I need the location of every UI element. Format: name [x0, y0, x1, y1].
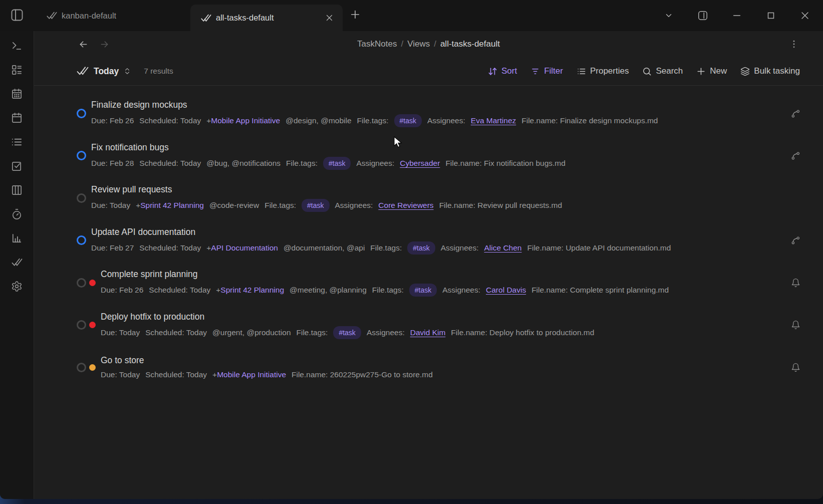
- task-text-block: Review pull requestsDue: Today+Sprint 42…: [91, 184, 562, 212]
- window-controls: [662, 0, 823, 31]
- task-meta: Due: Feb 26Scheduled: Today+Sprint 42 Pl…: [101, 284, 669, 297]
- new-button[interactable]: New: [696, 66, 727, 76]
- assignee-link[interactable]: Eva Martinez: [471, 116, 516, 126]
- meta-text: Assignees:: [427, 116, 465, 126]
- minimize-button[interactable]: [730, 9, 744, 23]
- project-plus-prefix: +: [216, 286, 220, 294]
- task-title[interactable]: Finalize design mockups: [91, 99, 658, 110]
- ribbon-sidebar: [0, 31, 34, 499]
- tasknotes-check-icon: [46, 10, 57, 21]
- assignee-link[interactable]: Core Reviewers: [378, 200, 433, 210]
- tag-pill[interactable]: #task: [407, 241, 435, 255]
- assignee-link[interactable]: Carol Davis: [486, 285, 526, 295]
- task-title[interactable]: Go to store: [101, 355, 433, 366]
- task-status-circle[interactable]: [77, 235, 86, 245]
- task-meta: Due: TodayScheduled: Today@urgent, @prod…: [101, 326, 594, 339]
- task-row: Go to storeDue: TodayScheduled: Today+Mo…: [34, 346, 823, 389]
- close-window-button[interactable]: [798, 9, 812, 23]
- layout-list-icon[interactable]: [11, 63, 24, 76]
- task-status-circle[interactable]: [77, 278, 86, 288]
- tab-all-tasks-default[interactable]: all-tasks-default: [190, 5, 343, 31]
- terminal-icon[interactable]: [11, 39, 24, 52]
- back-arrow-icon[interactable]: [76, 37, 90, 51]
- tag-pill[interactable]: #task: [333, 326, 361, 339]
- bar-chart-icon[interactable]: [11, 231, 24, 244]
- tab-kanban-default[interactable]: kanban-default: [34, 0, 190, 31]
- tag-pill[interactable]: #task: [323, 157, 351, 170]
- search-button[interactable]: Search: [642, 66, 683, 76]
- assignee-link[interactable]: David Kim: [410, 328, 446, 338]
- sort-button[interactable]: Sort: [488, 66, 517, 76]
- git-branch-icon[interactable]: [790, 150, 801, 161]
- meta-text: @urgent, @production: [212, 328, 291, 338]
- task-text-block: Go to storeDue: TodayScheduled: Today+Mo…: [101, 355, 433, 380]
- tab-list-chevron-icon[interactable]: [662, 9, 676, 23]
- breadcrumb-separator: /: [401, 39, 403, 49]
- forward-arrow-icon[interactable]: [97, 37, 111, 51]
- list-icon[interactable]: [11, 135, 24, 148]
- view-header: TaskNotes/Views/all-tasks-default: [34, 31, 823, 57]
- task-status-circle[interactable]: [77, 109, 86, 118]
- task-status-circle[interactable]: [77, 320, 86, 330]
- bulk-tasking-button[interactable]: Bulk tasking: [740, 66, 800, 76]
- project-link[interactable]: +API Documentation: [206, 243, 278, 253]
- bell-icon[interactable]: [790, 362, 801, 373]
- tab-close-icon[interactable]: [323, 12, 336, 25]
- breadcrumb-views[interactable]: Views: [407, 39, 430, 49]
- calendar-days-icon[interactable]: [11, 87, 24, 100]
- project-name: API Documentation: [211, 243, 278, 252]
- timer-icon[interactable]: [11, 207, 24, 220]
- left-sidebar-toggle-icon[interactable]: [10, 8, 25, 23]
- task-status-circle[interactable]: [77, 151, 86, 160]
- project-plus-prefix: +: [136, 201, 140, 209]
- right-sidebar-toggle-icon[interactable]: [696, 9, 710, 23]
- saved-view-selector[interactable]: Today: [76, 65, 132, 78]
- tag-pill[interactable]: #task: [302, 199, 329, 212]
- project-link[interactable]: +Mobile App Initiative: [206, 116, 280, 126]
- double-check-icon[interactable]: [11, 256, 24, 269]
- square-check-icon[interactable]: [11, 159, 24, 172]
- meta-text: Assignees:: [441, 243, 479, 253]
- project-link[interactable]: +Sprint 42 Planning: [216, 285, 284, 295]
- task-title[interactable]: Fix notification bugs: [91, 142, 566, 153]
- meta-text: File.name: Finalize design mockups.md: [521, 116, 658, 126]
- toolbar-actions: SortFilterPropertiesSearchNewBulk taskin…: [488, 66, 800, 76]
- action-label: Sort: [501, 66, 517, 76]
- project-link[interactable]: +Sprint 42 Planning: [136, 200, 204, 210]
- meta-text: Assignees:: [335, 200, 373, 210]
- task-title[interactable]: Deploy hotfix to production: [101, 311, 594, 322]
- tag-pill[interactable]: #task: [409, 284, 437, 297]
- bell-icon[interactable]: [790, 277, 801, 288]
- filter-button[interactable]: Filter: [530, 66, 563, 76]
- calendar-icon[interactable]: [11, 111, 24, 124]
- meta-text: @meeting, @planning: [290, 285, 367, 295]
- task-list: Finalize design mockupsDue: Feb 26Schedu…: [34, 86, 823, 499]
- maximize-button[interactable]: [764, 9, 778, 23]
- task-meta: Due: Today+Sprint 42 Planning@code-revie…: [91, 199, 562, 212]
- task-status-circle[interactable]: [77, 363, 86, 372]
- settings-icon[interactable]: [11, 280, 24, 293]
- task-title[interactable]: Update API documentation: [91, 226, 671, 237]
- task-title[interactable]: Review pull requests: [91, 184, 562, 195]
- assignee-link[interactable]: Cybersader: [400, 158, 440, 168]
- breadcrumb-tasknotes[interactable]: TaskNotes: [357, 39, 397, 49]
- git-branch-icon[interactable]: [790, 235, 801, 246]
- filter-icon: [530, 67, 540, 76]
- project-link[interactable]: +Mobile App Initiative: [212, 370, 286, 380]
- columns-icon[interactable]: [11, 183, 24, 196]
- assignee-link[interactable]: Alice Chen: [484, 243, 522, 253]
- task-status-circle[interactable]: [77, 193, 86, 203]
- git-branch-icon[interactable]: [790, 108, 801, 119]
- layers-icon: [740, 67, 750, 76]
- meta-text: Due: Feb 28: [91, 158, 134, 168]
- breadcrumb-current[interactable]: all-tasks-default: [440, 39, 500, 49]
- properties-button[interactable]: Properties: [577, 66, 629, 76]
- more-options-icon[interactable]: [787, 37, 801, 51]
- task-title[interactable]: Complete sprint planning: [101, 269, 669, 280]
- priority-dot: [89, 364, 96, 371]
- project-plus-prefix: +: [206, 243, 211, 252]
- bell-icon[interactable]: [790, 320, 801, 331]
- new-tab-icon[interactable]: [350, 9, 365, 24]
- plus-icon: [696, 67, 706, 76]
- tag-pill[interactable]: #task: [394, 114, 422, 127]
